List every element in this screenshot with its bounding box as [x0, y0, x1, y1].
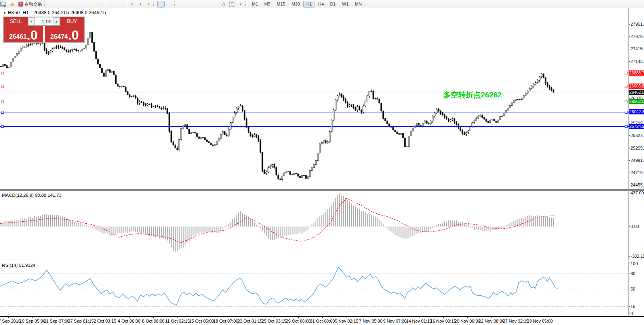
timeframe-button-d1[interactable]: D1 [328, 1, 339, 8]
zoom-out-button[interactable] [86, 1, 93, 8]
pane-splitter[interactable] [0, 189, 644, 191]
sell-price-main: 26461 [9, 32, 27, 41]
periods-button[interactable]: ▾ [136, 1, 144, 8]
bar-chart-button[interactable] [48, 1, 56, 8]
timeframe-button-h1[interactable]: H1 [303, 1, 314, 8]
tile-windows-button[interactable] [94, 1, 102, 8]
buy-price-button[interactable]: 26474 .0 [45, 26, 84, 42]
candle-body [452, 119, 453, 120]
time-axis-label: 19 Sep 05:00 [19, 319, 45, 323]
line-handle[interactable] [625, 72, 627, 74]
macd-indicator-chart[interactable] [0, 191, 629, 260]
text-button[interactable]: A [220, 1, 227, 8]
timeframe-button-w1[interactable]: W1 [339, 1, 352, 8]
candle-body [206, 140, 208, 142]
candle-body [189, 129, 190, 133]
candle-body [88, 38, 89, 45]
line-handle[interactable] [1, 72, 4, 74]
candle-body [270, 166, 271, 168]
candlestick-button[interactable] [57, 1, 64, 8]
candle-body [38, 44, 39, 44]
arrows-button[interactable]: ▾ [236, 1, 244, 8]
rsi-indicator-chart[interactable] [0, 261, 629, 316]
price-axis-tickmark [629, 148, 630, 148]
sell-price-button[interactable]: 26461 .0 [4, 26, 43, 42]
time-axis[interactable]: 17 Sep 201819 Sep 05:0021 Sep 07:0027 Se… [0, 316, 644, 325]
candle-body [208, 142, 210, 143]
collapse-panel-icon[interactable]: ▲ [3, 11, 6, 14]
time-axis-label: 7 Nov 05:00 [359, 319, 382, 323]
price-axis-tick: 24455.0 [631, 182, 644, 187]
buy-button[interactable]: BUY [60, 17, 84, 26]
trendline-button[interactable] [195, 1, 202, 8]
timeframe-button-m30[interactable]: M30 [289, 1, 303, 8]
candle-body [400, 133, 402, 134]
candle-body [361, 110, 362, 112]
line-handle[interactable] [1, 101, 4, 103]
price-axis-tick: 24719.0 [631, 170, 644, 175]
candle-body [90, 32, 91, 38]
candle-body [101, 68, 103, 73]
volume-input[interactable] [35, 17, 53, 25]
time-axis-label: 9 Nov 07:00 [383, 319, 406, 323]
line-handle[interactable] [1, 125, 4, 128]
timeframe-button-m1[interactable]: M1 [249, 1, 261, 8]
candle-body [321, 142, 322, 144]
volume-increase-button[interactable]: ▲ [53, 17, 60, 25]
timeframe-button-m15[interactable]: M15 [274, 1, 288, 8]
crosshair-button[interactable] [166, 1, 173, 8]
line-handle[interactable] [625, 85, 627, 87]
autotrading-button[interactable]: 自动交易 [17, 1, 43, 8]
sell-button[interactable]: SELL [4, 17, 28, 26]
candle-body [91, 32, 93, 42]
line-chart-button[interactable] [65, 1, 72, 8]
indicators-button[interactable]: ▾ [128, 1, 135, 8]
candle-body [434, 113, 435, 116]
history-center-button[interactable]: ◆ [9, 1, 16, 8]
candle-body [115, 75, 116, 84]
templates-button[interactable]: ▾ [145, 1, 152, 8]
candle-body [105, 71, 107, 76]
chart-shift-button[interactable] [115, 1, 123, 8]
level-price-tag: 26262.0 [629, 99, 644, 104]
candle-body [541, 74, 542, 77]
chat-button[interactable] [634, 1, 641, 8]
macd-axis-tickmark [629, 193, 630, 193]
candle-body [505, 110, 507, 113]
volume-decrease-button[interactable]: ▼ [28, 17, 35, 25]
horizontal-line-button[interactable] [187, 1, 194, 8]
equidistant-channel-button[interactable]: E [203, 1, 211, 8]
candle-body [519, 99, 520, 100]
candle-body [373, 91, 374, 98]
time-axis-label: 29 Oct 06:00 [286, 319, 311, 323]
candle-body [385, 118, 386, 121]
candle-body [22, 47, 23, 48]
line-handle[interactable] [625, 111, 627, 114]
zoom-in-button[interactable] [78, 1, 85, 8]
cursor-button[interactable] [157, 1, 165, 8]
candle-body [299, 176, 301, 178]
line-handle[interactable] [1, 111, 4, 114]
history-icon: ◆ [11, 1, 15, 7]
candle-body [525, 93, 526, 95]
line-handle[interactable] [1, 85, 4, 87]
auto-scroll-button[interactable] [107, 1, 114, 8]
candle-body [290, 172, 291, 175]
candlestick-chart[interactable] [0, 8, 629, 189]
timeframe-button-mn[interactable]: MN [352, 1, 364, 8]
pane-splitter[interactable] [0, 260, 644, 261]
fibonacci-button[interactable]: F [211, 1, 219, 8]
text-label-button[interactable]: T [228, 1, 236, 8]
search-button[interactable] [625, 1, 633, 8]
candle-body [230, 123, 231, 129]
vertical-line-button[interactable] [178, 1, 186, 8]
candle-body [129, 95, 130, 97]
line-handle[interactable] [625, 125, 627, 128]
candle-body [117, 84, 118, 86]
timeframe-button-h4[interactable]: H4 [315, 1, 326, 8]
line-handle[interactable] [625, 101, 627, 103]
candle-body [284, 173, 285, 176]
chart-annotation-text[interactable]: 多空转折点26262 [443, 90, 502, 100]
timeframe-button-m5[interactable]: M5 [261, 1, 273, 8]
candle-body [331, 120, 332, 132]
